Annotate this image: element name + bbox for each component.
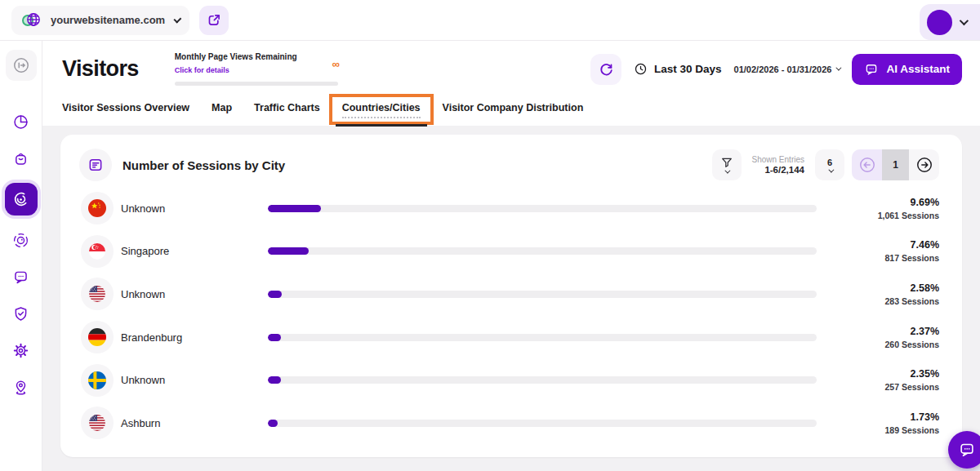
current-page[interactable]: 1 (882, 149, 909, 180)
filter-funnel-icon (720, 157, 733, 168)
row-stats: 7.46% 817 Sessions (817, 239, 939, 263)
page-size-chevron-down-icon (828, 167, 834, 172)
tab-countries-cities[interactable]: Countries/Cities (342, 102, 421, 126)
row-percent: 2.58% (817, 282, 939, 294)
sidebar-item-visitors[interactable] (5, 183, 38, 216)
support-chat-launcher[interactable] (948, 431, 980, 469)
table-row[interactable]: Unknown 2.58% 283 Sessions (79, 273, 939, 316)
table-row[interactable]: Unknown 2.35% 257 Sessions (79, 358, 939, 402)
flag-chip (81, 192, 114, 224)
infinity-icon: ∞ (332, 58, 339, 70)
sessions-by-city-card: Number of Sessions by City Shown Entries… (60, 135, 962, 457)
tab-bar: Visitor Sessions Overview Map Traffic Ch… (62, 86, 962, 126)
flag-chip (81, 364, 114, 397)
arrow-right-circle-icon (915, 156, 933, 174)
previous-page-button[interactable] (852, 149, 882, 180)
date-chevron-down-icon (836, 65, 842, 71)
pagination: 1 (852, 149, 939, 180)
row-percent: 9.69% (817, 197, 939, 208)
city-label: Brandenburg (121, 331, 268, 344)
support-chat-icon (958, 441, 976, 459)
row-sessions: 257 Sessions (817, 382, 939, 392)
mpv-details-link[interactable]: Click for details (175, 66, 229, 74)
tab-map[interactable]: Map (212, 102, 232, 126)
city-bar-track (268, 291, 817, 298)
date-range-preset[interactable]: Last 30 Days (634, 62, 722, 76)
mpv-progress-bar (175, 82, 338, 86)
refresh-button[interactable] (590, 54, 621, 85)
tab-visitor-company-distribution[interactable]: Visitor Company Distribution (443, 102, 584, 126)
website-name: yourwebsitename.com (51, 14, 165, 26)
external-link-icon (207, 12, 222, 28)
row-percent: 2.35% (817, 368, 939, 380)
ai-assistant-label: AI Assistant (886, 63, 950, 75)
date-range-value: 01/02/2026 - 01/31/2026 (734, 64, 832, 74)
row-stats: 2.37% 260 Sessions (817, 326, 939, 349)
website-selector[interactable]: yourwebsitename.com (11, 6, 189, 35)
radar-icon (12, 190, 30, 208)
next-page-button[interactable] (909, 149, 939, 180)
main-area: Number of Sessions by City Shown Entries… (42, 126, 980, 471)
row-sessions: 1,061 Sessions (817, 211, 939, 220)
sidebar-item-session-recordings[interactable] (6, 224, 37, 255)
row-sessions: 189 Sessions (817, 425, 939, 435)
city-bar-track (268, 205, 817, 212)
sidebar-item-settings[interactable] (6, 335, 37, 366)
clock-icon (634, 62, 648, 76)
filter-chevron-down-icon (724, 167, 730, 173)
card-title: Number of Sessions by City (122, 158, 285, 172)
city-bar-track (268, 334, 817, 341)
flag-cn-icon (88, 199, 106, 217)
flag-us-icon (89, 286, 105, 302)
flag-chip (81, 407, 114, 439)
flag-chip (81, 321, 114, 353)
page-header: Visitors Monthly Page Views Remaining Cl… (42, 41, 980, 126)
open-website-button[interactable] (199, 6, 229, 35)
sidebar-item-location[interactable] (6, 371, 37, 402)
flag-us-icon (89, 415, 105, 431)
row-stats: 1.73% 189 Sessions (817, 411, 939, 435)
row-sessions: 283 Sessions (817, 296, 939, 306)
sidebar-collapse-button[interactable] (6, 50, 37, 81)
filter-button[interactable] (712, 149, 742, 180)
mpv-label: Monthly Page Views Remaining (175, 52, 348, 61)
tab-traffic-charts[interactable]: Traffic Charts (254, 102, 320, 126)
city-bar-fill (268, 205, 321, 212)
row-percent: 2.37% (817, 326, 939, 337)
shield-check-icon (12, 305, 29, 322)
sidebar-item-feedback[interactable] (6, 261, 37, 292)
account-menu[interactable] (920, 4, 980, 40)
table-row[interactable]: Ashburn 1.73% 189 Sessions (79, 402, 939, 445)
monthly-page-views-widget: Monthly Page Views Remaining Click for d… (175, 52, 348, 86)
avatar (927, 10, 952, 35)
row-sessions: 260 Sessions (817, 340, 939, 349)
table-row[interactable]: Singapore 7.46% 817 Sessions (79, 230, 939, 273)
date-range-picker[interactable]: 01/02/2026 - 01/31/2026 (734, 64, 840, 74)
gear-icon (12, 342, 29, 359)
city-bar-track (268, 420, 817, 427)
chat-bubble-icon (12, 269, 29, 286)
sidebar-item-conversions[interactable] (6, 143, 37, 174)
shown-entries: Shown Entries 1-6/2,144 (752, 155, 804, 175)
table-row[interactable]: Brandenburg 2.37% 260 Sessions (79, 316, 939, 359)
row-sessions: 817 Sessions (817, 253, 939, 263)
city-label: Unknown (121, 288, 268, 300)
city-bar-fill (268, 334, 281, 341)
ai-assistant-button[interactable]: AI Assistant (852, 54, 962, 85)
page-size-select[interactable]: 6 (815, 149, 844, 180)
card-icon-chip (79, 149, 112, 181)
sidebar-item-dashboard[interactable] (6, 106, 37, 137)
ai-chat-icon (864, 62, 879, 77)
focus-icon (12, 232, 29, 249)
collapse-sidebar-icon (12, 56, 30, 74)
row-percent: 7.46% (817, 239, 939, 251)
city-rows: Unknown 9.69% 1,061 Sessions Singapore 7… (79, 187, 939, 445)
report-icon (87, 157, 104, 173)
refresh-icon (598, 60, 615, 78)
tab-visitor-sessions-overview[interactable]: Visitor Sessions Overview (62, 102, 189, 126)
sidebar-item-privacy[interactable] (6, 298, 37, 329)
table-row[interactable]: Unknown 9.69% 1,061 Sessions (79, 187, 939, 230)
website-globe-icon (22, 11, 42, 29)
pie-chart-icon (12, 113, 29, 131)
city-bar-track (268, 376, 817, 384)
